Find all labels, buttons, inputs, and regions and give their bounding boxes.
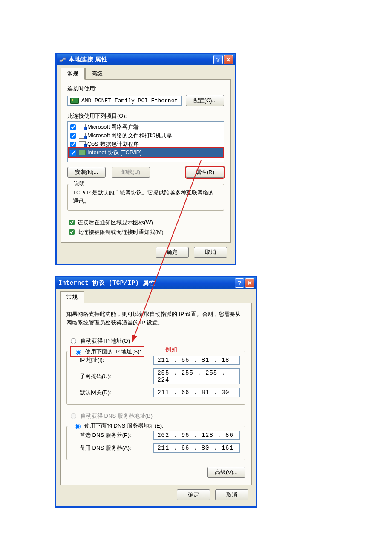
titlebar[interactable]: 本地连接 属性 ? ✕ — [57, 54, 235, 65]
list-item[interactable]: Microsoft 网络的文件和打印机共享 — [69, 131, 223, 140]
advanced-button[interactable]: 高级(V)... — [207, 467, 245, 478]
properties-button[interactable]: 属性(R) — [186, 167, 224, 178]
adapter-name: AMD PCNET Family PCI Ethernet — [81, 98, 178, 104]
show-tray-icon-label: 连接后在通知区域显示图标(W) — [78, 219, 153, 226]
notify-limited-checkbox[interactable] — [69, 229, 75, 235]
close-button[interactable]: ✕ — [224, 55, 233, 64]
connection-icon — [59, 56, 66, 63]
show-tray-icon-checkbox[interactable] — [69, 220, 75, 225]
item-label: Internet 协议 (TCP/IP) — [87, 149, 142, 156]
help-button[interactable]: ? — [235, 278, 244, 288]
item-checkbox[interactable] — [70, 133, 76, 139]
gateway-input[interactable]: 211 . 66 . 81 . 30 — [153, 388, 240, 397]
auto-dns-radio — [71, 413, 76, 419]
ok-button[interactable]: 确定 — [177, 489, 210, 500]
dialog-title: Internet 协议 (TCP/IP) 属性 — [58, 279, 234, 287]
alternate-dns-label: 备用 DNS 服务器(A): — [80, 444, 153, 452]
ok-button[interactable]: 确定 — [156, 247, 189, 258]
list-item[interactable]: Microsoft 网络客户端 — [69, 123, 223, 131]
item-label: Microsoft 网络的文件和打印机共享 — [87, 132, 172, 139]
components-listbox[interactable]: Microsoft 网络客户端 Microsoft 网络的文件和打印机共享 Qo… — [67, 121, 224, 162]
item-checkbox[interactable] — [70, 124, 76, 130]
uninstall-button: 卸载(U) — [112, 167, 150, 178]
help-button[interactable]: ? — [213, 55, 223, 64]
manual-ip-radio[interactable] — [76, 350, 81, 355]
dialog-title: 本地连接 属性 — [69, 56, 213, 64]
auto-dns-label: 自动获得 DNS 服务器地址(B) — [81, 412, 153, 420]
manual-dns-group: 使用下面的 DNS 服务器地址(E): 首选 DNS 服务器(P): 202 .… — [66, 426, 245, 460]
tab-general[interactable]: 常规 — [61, 68, 85, 80]
gateway-label: 默认网关(D): — [80, 389, 153, 396]
description-legend: 说明 — [72, 180, 86, 188]
client-icon — [79, 124, 86, 130]
manual-ip-group: 使用下面的 IP 地址(S): IP 地址(I): 211 . 66 . 81 … — [66, 351, 245, 405]
tab-general[interactable]: 常规 — [60, 291, 84, 303]
tab-advanced[interactable]: 高级 — [85, 68, 109, 80]
item-label: QoS 数据包计划程序 — [87, 140, 139, 148]
connect-using-label: 连接时使用: — [67, 85, 224, 92]
manual-dns-label: 使用下面的 DNS 服务器地址(E): — [84, 422, 164, 430]
ip-address-label: IP 地址(I): — [80, 356, 153, 364]
auto-ip-label: 自动获得 IP 地址(O) — [81, 337, 130, 345]
subnet-mask-input[interactable]: 255 . 255 . 255 . 224 — [153, 368, 240, 384]
manual-dns-radio[interactable] — [75, 424, 81, 429]
tcpip-properties-dialog: Internet 协议 (TCP/IP) 属性 ? ✕ 常规 如果网络支持此功能… — [55, 276, 257, 508]
items-label: 此连接使用下列项目(O): — [67, 112, 224, 120]
configure-button[interactable]: 配置(C)... — [186, 95, 224, 106]
subnet-mask-label: 子网掩码(U): — [80, 373, 153, 380]
manual-ip-label: 使用下面的 IP 地址(S): — [85, 348, 141, 356]
svg-rect-1 — [63, 58, 66, 60]
intro-text: 如果网络支持此功能，则可以获取自动指派的 IP 设置。否则，您需要从网络系统管理… — [66, 310, 245, 327]
item-checkbox[interactable] — [70, 142, 76, 147]
cancel-button[interactable]: 取消 — [215, 489, 248, 500]
local-connection-properties-dialog: 本地连接 属性 ? ✕ 常规 高级 连接时使用: AMD PCNET Famil… — [55, 53, 236, 265]
preferred-dns-input[interactable]: 202 . 96 . 128 . 86 — [153, 431, 240, 440]
description-group: 说明 TCP/IP 是默认的广域网协议。它提供跨越多种互联网络的通讯。 — [67, 184, 224, 211]
description-text: TCP/IP 是默认的广域网协议。它提供跨越多种互联网络的通讯。 — [73, 188, 219, 205]
service-icon — [79, 141, 86, 147]
tab-panel-general: 连接时使用: AMD PCNET Family PCI Ethernet 配置(… — [61, 79, 231, 243]
item-label: Microsoft 网络客户端 — [87, 123, 139, 131]
install-button[interactable]: 安装(N)... — [67, 167, 106, 178]
tabstrip: 常规 高级 — [61, 68, 231, 80]
protocol-icon — [79, 150, 86, 155]
notify-limited-label: 此连接被限制或无连接时通知我(M) — [78, 228, 164, 236]
svg-rect-0 — [60, 60, 62, 62]
list-item[interactable]: QoS 数据包计划程序 — [69, 140, 223, 148]
service-icon — [79, 133, 86, 139]
nic-icon — [70, 98, 79, 104]
item-checkbox[interactable] — [70, 150, 76, 156]
adapter-display: AMD PCNET Family PCI Ethernet — [67, 96, 182, 106]
ip-address-input[interactable]: 211 . 66 . 81 . 18 — [153, 356, 240, 365]
preferred-dns-label: 首选 DNS 服务器(P): — [80, 431, 153, 439]
auto-ip-radio[interactable] — [71, 338, 76, 344]
titlebar[interactable]: Internet 协议 (TCP/IP) 属性 ? ✕ — [56, 278, 256, 289]
cancel-button[interactable]: 取消 — [194, 247, 227, 258]
alternate-dns-input[interactable]: 211 . 66 . 80 . 161 — [153, 443, 240, 453]
close-button[interactable]: ✕ — [245, 278, 254, 288]
list-item-tcpip[interactable]: Internet 协议 (TCP/IP) — [69, 148, 223, 157]
